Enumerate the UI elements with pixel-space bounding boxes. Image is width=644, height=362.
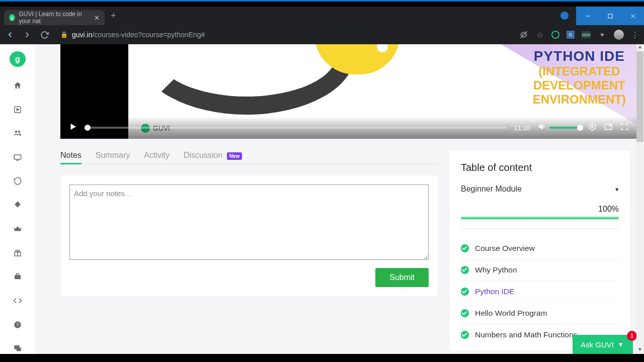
video-title-3: DEVELOPMENT [533,78,626,93]
extensions-icon[interactable]: ✦ [598,30,607,39]
lesson-title: Hello World Program [475,309,547,318]
lesson-title: Course Overview [475,244,535,253]
briefcase-icon[interactable] [12,272,23,283]
submit-button[interactable]: Submit [375,268,429,287]
lesson-item[interactable]: Course Overview [461,238,619,259]
extension-new-icon[interactable]: NEW [582,31,591,38]
tab-notes[interactable]: Notes [60,151,82,160]
lesson-item[interactable]: Hello World Program [461,303,619,324]
lesson-title: Numbers and Math Functions [475,330,577,339]
refresh-icon[interactable] [12,176,23,187]
video-title-4: ENVIRONMENT) [533,93,626,107]
progress-percent: 100% [461,205,619,214]
tag-icon[interactable] [12,200,23,211]
svg-rect-13 [15,275,21,279]
play-button[interactable] [68,122,77,133]
profile-avatar[interactable] [614,30,624,40]
svg-point-19 [591,126,594,128]
scrollbar[interactable]: ▲ ▼ [636,44,643,354]
back-button[interactable] [5,30,15,40]
new-badge: New [227,152,243,160]
help-icon[interactable]: ? [12,319,23,330]
check-icon [461,266,469,274]
address-bar: 🔒 guvi.in/courses-video?course=pythonEng… [0,25,644,44]
video-time: 11:10 [514,124,530,132]
close-tab-icon[interactable]: ✕ [94,14,100,22]
chevron-down-icon: ▾ [619,340,623,349]
omnibox[interactable]: 🔒 guvi.in/courses-video?course=pythonEng… [56,31,512,39]
content-tabs: Notes Summary Activity Discussion New [60,151,438,164]
svg-point-7 [15,131,18,133]
lesson-item[interactable]: Why Python [461,259,619,281]
community-icon[interactable] [12,128,23,139]
menu-icon[interactable]: ⋮ [631,30,639,40]
module-name: Beginner Module [461,185,522,194]
svg-line-21 [609,124,611,127]
seek-bar[interactable] [85,127,507,129]
notes-panel: Submit [60,175,438,296]
tab-discussion[interactable]: Discussion New [184,151,242,160]
left-rail: g ? [0,44,35,354]
tab-activity[interactable]: Activity [144,151,170,160]
volume-slider[interactable] [549,127,581,129]
window-minimize-button[interactable] [576,7,599,25]
svg-text:?: ? [16,322,19,327]
tab-strip: g GUVI | Learn to code in your nat ✕ + [0,7,644,25]
extension-green-icon[interactable] [551,31,559,39]
new-tab-button[interactable]: + [111,11,116,21]
forward-button[interactable] [22,30,32,40]
download-indicator-icon[interactable] [560,12,569,20]
scroll-down-icon[interactable]: ▼ [636,347,643,354]
url-host: guvi.in [72,31,92,39]
progress-bar [461,217,619,219]
video-title-2: (INTEGRATED [533,64,626,78]
svg-rect-17 [17,348,21,351]
video-player[interactable]: PYTHON IDE (INTEGRATED DEVELOPMENT ENVIR… [60,44,637,139]
scroll-up-icon[interactable]: ▲ [636,44,643,51]
check-icon [461,331,469,339]
check-icon [461,309,469,317]
volume-icon[interactable] [537,122,546,133]
bookmark-star-icon[interactable]: ☆ [535,30,544,39]
module-toggle[interactable]: Beginner Module ▾ [461,185,619,194]
guvi-logo[interactable]: g [10,51,26,67]
svg-rect-9 [14,155,21,159]
incognito-icon[interactable] [519,30,528,39]
table-of-contents: Table of content Beginner Module ▾ 100% … [450,151,630,350]
monitor-icon[interactable] [12,152,23,163]
lesson-item[interactable]: Python IDE [461,281,619,303]
lesson-title: Why Python [475,265,517,275]
svg-point-8 [18,131,21,133]
lock-icon: 🔒 [60,31,68,38]
fullscreen-icon[interactable] [620,122,629,133]
scroll-thumb[interactable] [636,51,643,142]
crown-icon[interactable] [12,224,23,235]
translate-icon[interactable]: G [567,31,575,39]
check-icon [461,288,469,296]
toc-title: Table of content [461,162,619,173]
gift-icon[interactable] [12,247,23,258]
window-close-button[interactable] [621,7,644,25]
pip-icon[interactable] [604,122,613,133]
svg-marker-6 [17,108,19,111]
check-icon [461,244,469,252]
code-icon[interactable] [12,295,23,306]
video-library-icon[interactable] [12,104,23,115]
chevron-down-icon: ▾ [615,186,619,193]
tab-title: GUVI | Learn to code in your nat [19,11,90,25]
video-title-1: PYTHON IDE [533,48,626,64]
ask-badge: 1 [627,331,637,341]
chat-icon[interactable] [12,343,23,354]
browser-tab[interactable]: g GUVI | Learn to code in your nat ✕ [4,10,105,25]
url-path: /courses-video?course=pythonEng# [92,31,205,39]
home-icon[interactable] [12,80,23,91]
tab-summary[interactable]: Summary [96,151,130,160]
reload-button[interactable] [39,30,49,40]
svg-marker-18 [71,124,76,130]
settings-icon[interactable] [588,122,597,133]
svg-rect-1 [608,14,612,18]
window-maximize-button[interactable] [599,7,621,25]
ask-guvi-button[interactable]: Ask GUVI ▾ 1 [573,335,633,354]
notes-textarea[interactable] [69,185,429,260]
favicon: g [9,14,15,21]
